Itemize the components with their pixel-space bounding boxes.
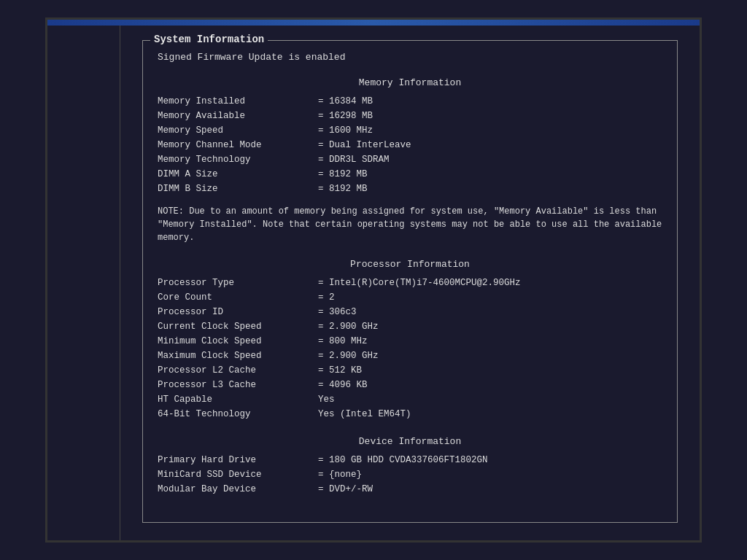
info-label: DIMM A Size bbox=[158, 167, 318, 182]
ht-value: Yes (Intel EM64T) bbox=[318, 407, 411, 421]
table-row: Current Clock Speed= 2.900 GHz bbox=[158, 319, 662, 334]
ht-table: HT CapableYes64-Bit TechnologyYes (Intel… bbox=[158, 392, 662, 421]
info-value: = 16298 MB bbox=[318, 109, 373, 123]
info-value: = 800 MHz bbox=[318, 334, 368, 349]
table-row: Memory Channel Mode= Dual InterLeave bbox=[158, 138, 662, 152]
processor-table: Processor Type= Intel(R)Core(TM)i7-4600M… bbox=[158, 276, 662, 392]
top-bar bbox=[47, 20, 700, 26]
device-section-header: Device Information bbox=[158, 436, 662, 447]
info-label: Processor L2 Cache bbox=[158, 363, 318, 378]
memory-section: Memory Information Memory Installed= 163… bbox=[158, 77, 662, 244]
info-value: = Intel(R)Core(TM)i7-4600MCPU@2.90GHz bbox=[318, 276, 521, 290]
memory-table: Memory Installed= 16384 MBMemory Availab… bbox=[158, 94, 662, 196]
ht-label: 64-Bit Technology bbox=[158, 407, 318, 421]
info-value: = 2.900 GHz bbox=[318, 349, 379, 363]
info-label: Memory Speed bbox=[158, 123, 318, 138]
info-value: = 16384 MB bbox=[318, 94, 373, 109]
info-value: = 8192 MB bbox=[318, 167, 368, 182]
table-row: DIMM B Size= 8192 MB bbox=[158, 182, 662, 196]
info-value: = 1600 MHz bbox=[318, 123, 373, 138]
ht-label: HT Capable bbox=[158, 392, 318, 407]
info-value: = DDR3L SDRAM bbox=[318, 152, 390, 167]
info-label: Core Count bbox=[158, 290, 318, 305]
table-row: Memory Speed= 1600 MHz bbox=[158, 123, 662, 138]
info-value: = 2 bbox=[318, 290, 335, 305]
info-label: Minimum Clock Speed bbox=[158, 334, 318, 349]
processor-section-header: Processor Information bbox=[158, 259, 662, 270]
table-row: Primary Hard Drive= 180 GB HDD CVDA33760… bbox=[158, 453, 662, 467]
screen: System Information Signed Firmware Updat… bbox=[45, 18, 702, 542]
info-value: = 306c3 bbox=[318, 305, 357, 319]
table-row: HT CapableYes bbox=[158, 392, 662, 407]
firmware-notice: Signed Firmware Update is enabled bbox=[158, 52, 662, 63]
info-label: MiniCard SSD Device bbox=[158, 467, 318, 482]
table-row: Processor L2 Cache= 512 KB bbox=[158, 363, 662, 378]
table-row: Memory Available= 16298 MB bbox=[158, 109, 662, 123]
info-value: = 2.900 GHz bbox=[318, 319, 379, 334]
info-label: Maximum Clock Speed bbox=[158, 349, 318, 363]
table-row: Maximum Clock Speed= 2.900 GHz bbox=[158, 349, 662, 363]
memory-note: NOTE: Due to an amount of memory being a… bbox=[158, 205, 662, 244]
table-row: 64-Bit TechnologyYes (Intel EM64T) bbox=[158, 407, 662, 421]
table-row: Minimum Clock Speed= 800 MHz bbox=[158, 334, 662, 349]
info-label: Memory Technology bbox=[158, 152, 318, 167]
device-section: Device Information Primary Hard Drive= 1… bbox=[158, 436, 662, 497]
table-row: Processor Type= Intel(R)Core(TM)i7-4600M… bbox=[158, 276, 662, 290]
table-row: Core Count= 2 bbox=[158, 290, 662, 305]
info-value: = 180 GB HDD CVDA337606FT1802GN bbox=[318, 453, 488, 467]
table-row: Processor L3 Cache= 4096 KB bbox=[158, 378, 662, 392]
info-label: Memory Channel Mode bbox=[158, 138, 318, 152]
table-row: Processor ID= 306c3 bbox=[158, 305, 662, 319]
info-label: DIMM B Size bbox=[158, 182, 318, 196]
info-value: = 8192 MB bbox=[318, 182, 368, 196]
info-value: = {none} bbox=[318, 467, 362, 482]
left-panel bbox=[47, 26, 120, 542]
memory-section-header: Memory Information bbox=[158, 77, 662, 88]
info-value: = Dual InterLeave bbox=[318, 138, 411, 152]
info-label: Memory Installed bbox=[158, 94, 318, 109]
info-label: Processor Type bbox=[158, 276, 318, 290]
table-row: DIMM A Size= 8192 MB bbox=[158, 167, 662, 182]
info-value: = 512 KB bbox=[318, 363, 362, 378]
info-label: Memory Available bbox=[158, 109, 318, 123]
table-row: Memory Installed= 16384 MB bbox=[158, 94, 662, 109]
table-row: Memory Technology= DDR3L SDRAM bbox=[158, 152, 662, 167]
info-value: = DVD+/-RW bbox=[318, 482, 373, 497]
info-label: Primary Hard Drive bbox=[158, 453, 318, 467]
info-value: = 4096 KB bbox=[318, 378, 368, 392]
device-table: Primary Hard Drive= 180 GB HDD CVDA33760… bbox=[158, 453, 662, 497]
system-info-title: System Information bbox=[150, 34, 268, 45]
info-label: Processor ID bbox=[158, 305, 318, 319]
table-row: Modular Bay Device= DVD+/-RW bbox=[158, 482, 662, 497]
main-content: System Information Signed Firmware Updat… bbox=[120, 26, 700, 540]
info-label: Current Clock Speed bbox=[158, 319, 318, 334]
info-label: Modular Bay Device bbox=[158, 482, 318, 497]
table-row: MiniCard SSD Device= {none} bbox=[158, 467, 662, 482]
system-info-box: System Information Signed Firmware Updat… bbox=[142, 40, 678, 523]
info-label: Processor L3 Cache bbox=[158, 378, 318, 392]
processor-section: Processor Information Processor Type= In… bbox=[158, 259, 662, 421]
ht-value: Yes bbox=[318, 392, 335, 407]
